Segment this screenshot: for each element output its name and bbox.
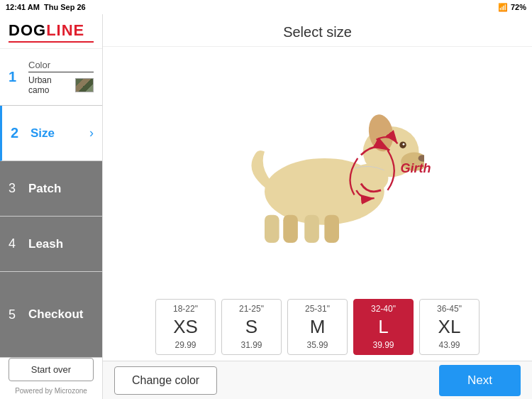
start-over-button[interactable]: Start over: [9, 358, 94, 381]
step-2-label: Size: [31, 126, 55, 141]
logo-underline: [9, 41, 94, 43]
size-card-xs[interactable]: 18-22" XS 29.99: [155, 299, 216, 355]
size-code: S: [245, 317, 257, 337]
dog-illustration: [211, 90, 424, 246]
size-range: 32-40": [371, 304, 396, 314]
step-1-content: Color Urban camo: [28, 60, 94, 95]
size-card-s[interactable]: 21-25" S 31.99: [221, 299, 282, 355]
dog-area: Girth: [103, 47, 532, 292]
color-swatch: [75, 78, 94, 92]
bottom-bar: Change color Next: [103, 361, 532, 399]
size-selector: 18-22" XS 29.99 21-25" S 31.99 25-31" M …: [103, 292, 532, 361]
step-4-number: 4: [9, 236, 21, 251]
step-5-number: 5: [9, 307, 21, 322]
powered-by: Powered by Microzone: [0, 384, 102, 399]
sidebar: DOGLINE 1 Color Urban camo 2 Size ›: [0, 14, 103, 399]
step-5-content: Checkout: [28, 307, 94, 322]
svg-rect-8: [324, 214, 339, 242]
color-value: Urban camo: [28, 75, 71, 95]
size-code: XL: [438, 317, 461, 337]
step-1-number: 1: [9, 69, 21, 85]
size-price: 35.99: [306, 340, 328, 350]
size-price: 39.99: [372, 340, 394, 350]
step-5-label: Checkout: [28, 307, 83, 321]
size-price: 29.99: [174, 340, 196, 350]
sidebar-item-leash[interactable]: 4 Leash: [0, 217, 102, 272]
size-card-xl[interactable]: 36-45" XL 43.99: [419, 299, 480, 355]
size-range: 36-45": [437, 304, 462, 314]
svg-rect-9: [265, 214, 279, 242]
sidebar-item-color[interactable]: 1 Color Urban camo: [0, 49, 102, 106]
step-4-content: Leash: [28, 237, 94, 251]
logo: DOGLINE: [9, 21, 94, 40]
size-range: 21-25": [239, 304, 264, 314]
size-card-l[interactable]: 32-40" L 39.99: [353, 299, 414, 355]
size-range: 25-31": [305, 304, 330, 314]
step-3-label: Patch: [28, 182, 61, 195]
status-bar: 12:41 AM Thu Sep 26 📶 72%: [0, 0, 532, 14]
wifi-icon: 📶: [498, 3, 508, 12]
color-divider: [28, 72, 94, 72]
step-3-number: 3: [9, 181, 21, 196]
change-color-button[interactable]: Change color: [114, 366, 217, 395]
status-time: 12:41 AM Thu Sep 26: [6, 3, 86, 11]
dog-image-area: Girth: [211, 90, 424, 249]
size-price: 31.99: [240, 340, 262, 350]
size-code: M: [310, 317, 326, 337]
size-code: L: [378, 317, 388, 337]
svg-rect-7: [304, 214, 319, 242]
sidebar-item-size[interactable]: 2 Size ›: [0, 106, 102, 161]
svg-rect-10: [283, 214, 298, 242]
size-card-m[interactable]: 25-31" M 35.99: [287, 299, 348, 355]
next-button[interactable]: Next: [439, 365, 521, 396]
size-range: 18-22": [173, 304, 198, 314]
step-4-label: Leash: [28, 237, 63, 251]
step-2-content: Size ›: [31, 126, 94, 141]
girth-label: Girth: [401, 161, 431, 176]
svg-point-11: [350, 163, 388, 192]
sidebar-item-patch[interactable]: 3 Patch: [0, 161, 102, 217]
chevron-right-icon: ›: [89, 126, 94, 141]
color-value-row: Urban camo: [28, 75, 94, 95]
size-code: XS: [173, 317, 198, 337]
step-2-number: 2: [11, 125, 23, 141]
size-price: 43.99: [438, 340, 460, 350]
svg-point-5: [402, 143, 404, 146]
sidebar-item-checkout[interactable]: 5 Checkout: [0, 272, 102, 358]
logo-area: DOGLINE: [0, 14, 102, 49]
main-content: Select size: [103, 14, 532, 399]
step-3-content: Patch: [28, 182, 94, 196]
page-title: Select size: [103, 14, 532, 47]
status-right: 📶 72%: [498, 3, 526, 12]
battery-indicator: 72%: [511, 3, 526, 11]
color-label: Color: [28, 60, 94, 70]
